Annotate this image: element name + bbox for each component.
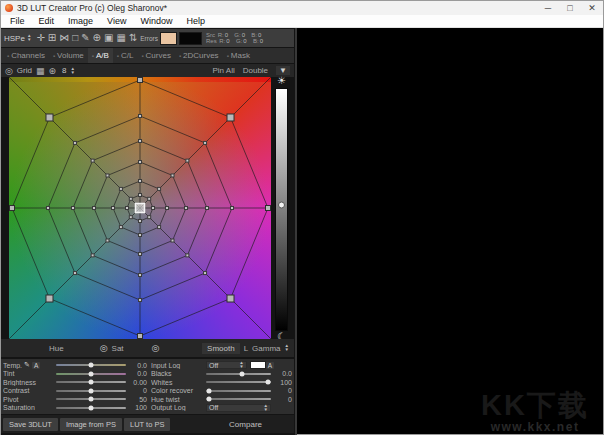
tab-volume[interactable]: ▪Volume xyxy=(49,48,88,63)
eyedropper-icon[interactable]: ✎ xyxy=(24,361,30,369)
luminance-bar[interactable] xyxy=(275,88,288,331)
adjust-value[interactable]: 0.0 xyxy=(129,362,147,369)
menu-item-image[interactable]: Image xyxy=(61,16,100,26)
tab-a-b[interactable]: ▪A/B xyxy=(88,48,113,63)
slider-handle[interactable] xyxy=(88,388,93,393)
slider-track-color-recover[interactable] xyxy=(206,390,271,392)
grid-node-outer[interactable] xyxy=(266,206,271,211)
auto-button[interactable]: A xyxy=(32,362,40,369)
adjust-value[interactable]: 0 xyxy=(129,387,147,394)
slider-track-blacks[interactable] xyxy=(206,373,271,375)
grid-node[interactable] xyxy=(72,207,75,210)
grid-node[interactable] xyxy=(91,254,94,257)
adjust-value[interactable]: 0.0 xyxy=(274,370,292,377)
slider-track-tint[interactable] xyxy=(56,373,126,375)
grid-node[interactable] xyxy=(186,159,189,162)
grid-cells-icon[interactable]: ▦ xyxy=(36,66,45,76)
menu-item-file[interactable]: File xyxy=(3,16,32,26)
sphere-icon[interactable]: ⊛ xyxy=(49,66,57,76)
target-icon[interactable]: ◎ xyxy=(5,66,13,76)
grid-node-outer[interactable] xyxy=(138,78,143,83)
gamma-spinner[interactable]: ▲▼ xyxy=(285,344,289,352)
sat-picker-icon[interactable]: ◎ xyxy=(152,343,160,353)
result-color-swatch[interactable] xyxy=(179,32,202,45)
slider-track-temp[interactable] xyxy=(56,364,126,366)
grid-node[interactable] xyxy=(119,226,122,229)
tab-channels[interactable]: ▪Channels xyxy=(3,48,49,63)
slider-handle[interactable] xyxy=(206,397,211,402)
grid-node[interactable] xyxy=(139,234,142,237)
grid-node-outer[interactable] xyxy=(227,114,234,121)
menu-item-help[interactable]: Help xyxy=(179,16,212,26)
grid-node[interactable] xyxy=(171,174,174,177)
slider-handle[interactable] xyxy=(88,380,93,385)
grid-node[interactable] xyxy=(204,272,207,275)
zoom-icon[interactable]: ⊕ xyxy=(93,30,101,46)
grid-node[interactable] xyxy=(139,274,142,277)
adjust-value[interactable]: 0.00 xyxy=(129,379,147,386)
adjust-value[interactable]: 50 xyxy=(129,396,147,403)
save-3dlut-button[interactable]: Save 3DLUT xyxy=(3,418,58,431)
grid-node[interactable] xyxy=(73,141,76,144)
grid-size-value[interactable]: 8 xyxy=(62,66,66,75)
menu-item-edit[interactable]: Edit xyxy=(32,16,62,26)
grid-node[interactable] xyxy=(129,197,132,200)
tab-2dcurves[interactable]: ▪2DCurves xyxy=(175,48,223,63)
maximize-button[interactable]: □ xyxy=(559,1,581,15)
spinner-icon[interactable]: ▲▼ xyxy=(27,34,31,42)
dropdown-output-log[interactable]: Off▲▼ xyxy=(206,404,271,412)
range-icon[interactable]: ⇅ xyxy=(129,30,137,46)
slider-handle[interactable] xyxy=(88,397,93,402)
snapshot-icon[interactable]: ▣ xyxy=(104,30,113,46)
dropdown-spinner[interactable]: ▲▼ xyxy=(239,361,243,369)
grid-node[interactable] xyxy=(139,220,142,223)
grid-node-outer[interactable] xyxy=(46,295,53,302)
grid-node[interactable] xyxy=(139,115,142,118)
grid-node[interactable] xyxy=(231,207,234,210)
grid-node-outer[interactable] xyxy=(10,206,15,211)
grid-node[interactable] xyxy=(171,239,174,242)
auto-button[interactable]: A xyxy=(266,362,274,369)
color-mode-select[interactable]: HSPe ▲▼ xyxy=(4,34,31,43)
menu-item-window[interactable]: Window xyxy=(133,16,179,26)
compare-button[interactable]: Compare xyxy=(229,420,262,429)
move-icon[interactable]: ✛ xyxy=(36,30,44,46)
grid-node[interactable] xyxy=(139,180,142,183)
grid-node[interactable] xyxy=(185,207,188,210)
luminance-handle[interactable] xyxy=(278,201,285,208)
slider-handle[interactable] xyxy=(88,405,93,410)
slider-handle[interactable] xyxy=(88,363,93,368)
slider-track-whites[interactable] xyxy=(206,381,271,383)
close-button[interactable]: ✕ xyxy=(581,1,603,15)
image-from-ps-button[interactable]: Image from PS xyxy=(60,418,122,431)
grid-node[interactable] xyxy=(206,207,209,210)
grid-node[interactable] xyxy=(139,140,142,143)
slider-handle[interactable] xyxy=(206,388,211,393)
grid-node-outer[interactable] xyxy=(46,114,53,121)
grid-node[interactable] xyxy=(152,207,155,210)
slider-track-saturation[interactable] xyxy=(56,407,126,409)
grid-node[interactable] xyxy=(119,187,122,190)
grid-node[interactable] xyxy=(148,216,151,219)
grid-icon[interactable]: ▦ xyxy=(116,30,125,46)
lut-to-ps-button[interactable]: LUT to PS xyxy=(124,418,170,431)
adjust-value[interactable]: 0 xyxy=(274,387,292,394)
grid-node[interactable] xyxy=(106,239,109,242)
grid-node[interactable] xyxy=(158,226,161,229)
tab-mask[interactable]: ▪Mask xyxy=(223,48,254,63)
sun-icon[interactable]: ☀ xyxy=(274,75,289,86)
slider-handle[interactable] xyxy=(265,380,270,385)
grid-node[interactable] xyxy=(139,299,142,302)
center-handle[interactable] xyxy=(136,204,145,213)
slider-track-hue-twist[interactable] xyxy=(206,398,271,400)
grid-node[interactable] xyxy=(106,174,109,177)
grid-size-spinner[interactable]: ▲▼ xyxy=(71,67,75,75)
gamma-label[interactable]: Gamma xyxy=(252,344,280,353)
slider-handle[interactable] xyxy=(88,371,93,376)
grid-toggle-button[interactable]: Grid xyxy=(17,66,32,75)
ab-color-field[interactable] xyxy=(9,77,271,339)
grid-node[interactable] xyxy=(47,207,50,210)
grid-node-outer[interactable] xyxy=(227,295,234,302)
source-color-swatch[interactable] xyxy=(160,32,177,45)
chevron-down-icon[interactable]: ▼ xyxy=(276,66,290,75)
